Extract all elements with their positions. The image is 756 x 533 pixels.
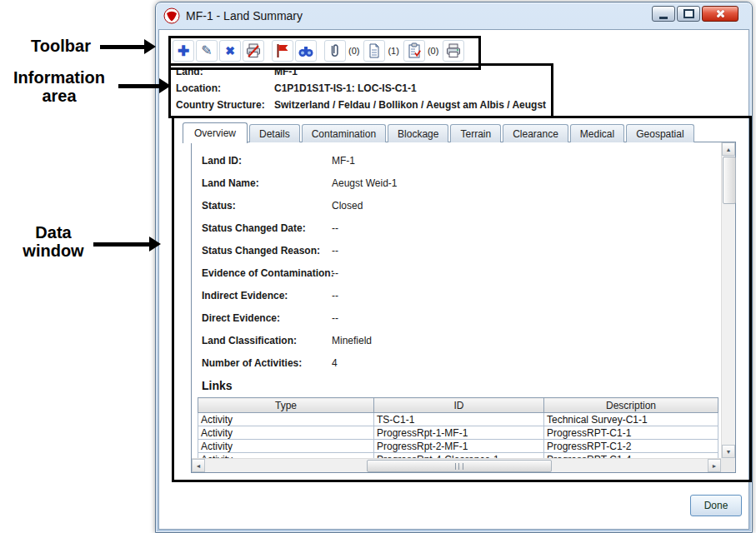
data-window-panel: Land ID:MF-1 Land Name:Aeugst Weid-1 Sta… (191, 142, 736, 473)
field-value: -- (332, 245, 338, 257)
scroll-left-icon: ◄ (196, 463, 202, 469)
tab-details[interactable]: Details (249, 124, 300, 142)
data-window-annotation-arrow (93, 242, 150, 247)
field-label: Land Name: (202, 177, 332, 189)
field-row: Land Classification:Minefield (202, 329, 721, 351)
information-area-annotation-arrow (118, 84, 160, 88)
printer-icon (445, 42, 462, 59)
flag-button[interactable] (272, 40, 293, 62)
checklist-icon (406, 42, 423, 59)
tab-contamination[interactable]: Contamination (302, 124, 386, 142)
info-row-land: Land: MF-1 (176, 66, 543, 77)
table-row[interactable]: Activity TS-C1-1 Technical Survey-C1-1 (198, 413, 718, 426)
tab-bar: Overview Details Contamination Blockage … (183, 123, 696, 142)
scroll-down-button[interactable]: ▼ (722, 445, 735, 458)
cell-type: Activity (198, 426, 374, 440)
tab-geospatial[interactable]: Geospatial (626, 124, 693, 142)
field-value: -- (332, 222, 338, 234)
scroll-right-button[interactable]: ► (708, 459, 721, 472)
flag-icon (274, 42, 291, 59)
scroll-left-button[interactable]: ◄ (192, 459, 205, 472)
print-summary-button[interactable] (243, 40, 264, 62)
edit-icon: ✎ (201, 44, 212, 57)
print-button[interactable] (443, 40, 464, 62)
field-row: Land ID:MF-1 (202, 149, 721, 172)
scroll-up-button[interactable]: ▲ (722, 142, 735, 156)
attachments-count: (0) (348, 46, 359, 56)
cell-type: Activity (198, 413, 374, 426)
vertical-scrollbar[interactable]: ▲ ▼ (721, 142, 735, 458)
links-table: Type ID Description Activity TS-C1-1 Tec… (198, 397, 718, 458)
info-value: C1P1D1S1T-IS-1: LOC-IS-C1-1 (274, 82, 417, 94)
tab-terrain[interactable]: Terrain (450, 124, 501, 142)
field-label: Land Classification: (202, 335, 332, 346)
field-value: 4 (332, 357, 338, 369)
table-row[interactable]: Activity ProgressRpt-2-MF-1 ProgressRPT-… (198, 440, 718, 453)
cell-id: TS-C1-1 (374, 413, 544, 426)
info-label: Land: (176, 66, 274, 77)
links-header-row: Type ID Description (198, 398, 718, 413)
info-value: Switzerland / Feldau / Bollikon / Aeugst… (274, 99, 546, 111)
toolbar-annotation-arrow (100, 45, 145, 49)
tab-blockage[interactable]: Blockage (388, 124, 448, 142)
land-summary-window: MF-1 - Land Summary ✚ ✎ ✖ (155, 2, 753, 533)
search-button[interactable] (295, 40, 317, 62)
attachments-button[interactable] (324, 40, 346, 62)
links-heading: Links (202, 379, 721, 392)
field-label: Status Changed Reason: (202, 245, 332, 257)
scroll-up-icon: ▲ (726, 147, 732, 152)
done-button[interactable]: Done (690, 495, 742, 516)
field-label: Indirect Evidence: (202, 290, 332, 301)
documents-button[interactable] (363, 40, 385, 62)
column-header-description[interactable]: Description (544, 398, 718, 413)
column-header-id[interactable]: ID (374, 398, 544, 413)
field-value: Minefield (332, 335, 372, 346)
field-label: Land ID: (202, 155, 332, 167)
field-row: Status:Closed (202, 194, 721, 217)
cell-description: ProgressRPT-C1-2 (544, 440, 718, 453)
info-label: Country Structure: (176, 99, 274, 111)
edit-button[interactable]: ✎ (196, 40, 218, 62)
scroll-down-icon: ▼ (726, 449, 732, 455)
field-value: -- (332, 267, 338, 279)
information-area: Land: MF-1 Location: C1P1D1S1T-IS-1: LOC… (176, 66, 543, 116)
field-row: Status Changed Date:-- (202, 217, 721, 239)
field-row: Evidence of Contamination:-- (202, 262, 721, 284)
tab-clearance[interactable]: Clearance (503, 124, 568, 142)
toolbar-annotation-label: Toolbar (22, 37, 100, 55)
info-row-location: Location: C1P1D1S1T-IS-1: LOC-IS-C1-1 (176, 82, 543, 94)
tab-overview[interactable]: Overview (183, 122, 248, 143)
column-header-type[interactable]: Type (198, 398, 374, 413)
add-button[interactable]: ✚ (173, 40, 194, 62)
checklist-button[interactable] (403, 40, 425, 62)
field-label: Direct Evidence: (202, 312, 332, 324)
binoculars-icon (298, 42, 314, 59)
cell-type: Activity (198, 440, 374, 453)
vertical-scroll-thumb[interactable] (723, 157, 736, 204)
info-value: MF-1 (274, 66, 298, 77)
tab-medical[interactable]: Medical (570, 124, 624, 142)
field-value: -- (332, 290, 338, 301)
info-label: Location: (176, 82, 274, 94)
minimize-button[interactable] (652, 6, 675, 22)
documents-count: (1) (388, 46, 398, 56)
scrollbar-corner (721, 458, 735, 472)
maximize-button[interactable] (677, 6, 700, 22)
field-label: Number of Activities: (202, 357, 332, 369)
table-row[interactable]: Activity ProgressRpt-1-MF-1 ProgressRPT-… (198, 426, 718, 440)
close-button[interactable] (702, 6, 738, 22)
printer-alert-icon (245, 42, 262, 59)
horizontal-scroll-thumb[interactable] (367, 460, 552, 472)
cell-id: ProgressRpt-2-MF-1 (374, 440, 544, 453)
document-icon (366, 42, 383, 59)
scroll-right-icon: ► (712, 463, 718, 469)
cell-description: Technical Survey-C1-1 (544, 413, 718, 426)
scroll-grip-icon (455, 463, 463, 470)
delete-button[interactable]: ✖ (219, 40, 241, 62)
horizontal-scrollbar[interactable]: ◄ ► (192, 458, 721, 472)
checklist-count: (0) (428, 46, 438, 56)
delete-icon: ✖ (225, 45, 235, 57)
window-title: MF-1 - Land Summary (186, 9, 303, 22)
field-label: Status: (202, 200, 332, 212)
field-value: Closed (332, 200, 363, 212)
